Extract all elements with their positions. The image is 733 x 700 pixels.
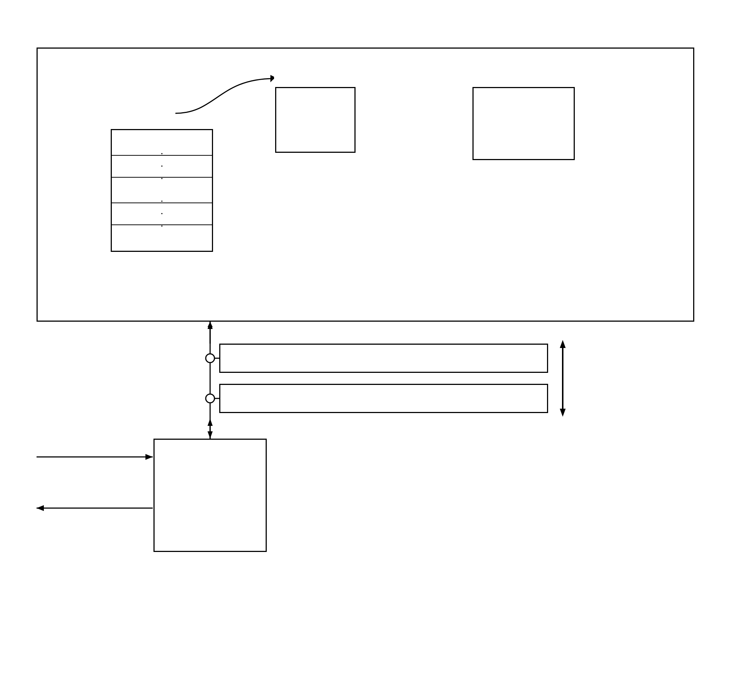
svg-marker-11	[560, 340, 566, 348]
spam-status-box	[219, 384, 548, 413]
svg-point-5	[206, 394, 214, 403]
black-list-box	[275, 87, 355, 153]
switch-box	[153, 439, 267, 552]
dest-table: ··· ···	[111, 129, 213, 252]
svg-marker-7	[207, 431, 213, 439]
dots-row-1: ···	[112, 156, 212, 178]
page-title	[0, 0, 733, 26]
svg-point-4	[206, 354, 214, 363]
dest-id-box	[219, 344, 548, 373]
svg-marker-18	[207, 419, 213, 426]
general-black-list-box	[473, 87, 575, 160]
svg-marker-12	[560, 409, 566, 417]
svg-marker-16	[37, 505, 44, 511]
outer-box: ··· ···	[37, 47, 694, 322]
svg-marker-2	[207, 322, 213, 327]
svg-marker-6	[207, 322, 213, 329]
svg-marker-14	[145, 454, 153, 460]
dots-row-2: ···	[112, 203, 212, 225]
